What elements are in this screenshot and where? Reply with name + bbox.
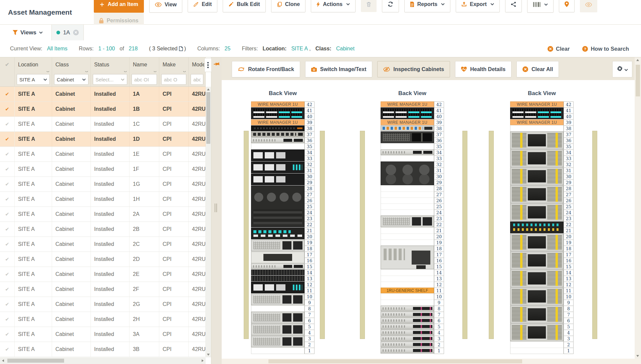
table-row-2e[interactable]: ✔SITE ACabinetInstalled2ECPI42RU-7 — [0, 267, 206, 282]
row-checkmark[interactable]: ✔ — [0, 297, 15, 312]
select-all-checkmark[interactable]: ✔ — [0, 57, 15, 72]
export-button[interactable]: Export — [456, 0, 500, 12]
rack-equipment-stor3[interactable] — [510, 234, 564, 251]
scroll-right-arrow-icon[interactable] — [202, 359, 204, 362]
column-header-model[interactable]: Model — [189, 57, 206, 72]
rack-equipment-stor3[interactable] — [510, 306, 564, 323]
table-row-2h[interactable]: ✔SITE ACabinetInstalled2HCPI42RU-7 — [0, 312, 206, 327]
scrollbar-thumb[interactable] — [268, 359, 522, 363]
table-vertical-scrollbar[interactable] — [206, 87, 211, 357]
row-checkmark[interactable]: ✔ — [0, 222, 15, 237]
rack-equipment-srv2[interactable] — [251, 240, 304, 251]
make-filter-input[interactable] — [161, 74, 186, 85]
rack-equipment-conn[interactable] — [251, 131, 304, 137]
column-header-name[interactable]: Name — [130, 57, 159, 72]
rack-equipment-switch[interactable] — [251, 125, 304, 131]
scroll-up-arrow-icon[interactable] — [636, 59, 639, 61]
row-checkmark[interactable]: ✔ — [0, 132, 15, 146]
rack-equipment-srv2[interactable] — [251, 312, 304, 323]
row-checkmark[interactable]: ✔ — [0, 117, 15, 131]
rack-equipment-stor3[interactable] — [510, 270, 564, 287]
share-button[interactable] — [505, 0, 522, 12]
table-row-2d[interactable]: ✔SITE ACabinetInstalled2DCPI42RU-7 — [0, 252, 206, 267]
columns-value[interactable]: 25 — [225, 46, 231, 52]
table-row-1g[interactable]: ✔SITE ACabinetInstalled1GCPI42RU-7 — [0, 177, 206, 192]
rack-equipment-srv2[interactable] — [251, 324, 304, 335]
rack-equipment-stor3[interactable] — [510, 167, 564, 185]
clear-all-button[interactable]: Clear All — [516, 61, 559, 77]
column-header-make[interactable]: Make — [159, 57, 189, 72]
location-button[interactable] — [559, 0, 575, 12]
pushpin-icon[interactable] — [212, 60, 221, 69]
inspecting-cabinets-button[interactable]: Inspecting Cabinets — [377, 61, 450, 77]
rack-equipment-stor3[interactable] — [510, 186, 564, 203]
rack-equipment-vent[interactable] — [251, 276, 304, 281]
rack-equipment-srv1p[interactable] — [381, 336, 434, 341]
table-row-3b[interactable]: ✔SITE ACabinetInstalled3BCPI42RU-7 — [0, 342, 206, 357]
rack-equipment-patch[interactable] — [251, 107, 304, 119]
row-checkmark[interactable]: ✔ — [0, 192, 15, 207]
row-checkmark[interactable]: ✔ — [0, 237, 15, 252]
rack-equipment-srv4[interactable] — [381, 246, 434, 269]
filter-location-value[interactable]: SITE A — [291, 46, 308, 52]
row-checkmark[interactable]: ✔ — [0, 282, 15, 297]
scroll-left-arrow-icon[interactable] — [2, 359, 4, 362]
name-filter-input[interactable] — [132, 74, 157, 85]
row-checkmark[interactable]: ✔ — [0, 87, 15, 101]
row-checkmark[interactable]: ✔ — [0, 267, 15, 282]
rack-equipment-srv1p[interactable] — [381, 348, 434, 353]
bulk-edit-button[interactable]: Bulk Edit — [223, 0, 265, 12]
table-row-2b[interactable]: ✔SITE ACabinetInstalled2BCPI42RU-7 — [0, 222, 206, 237]
table-row-1h[interactable]: ✔SITE ACabinetInstalled1HCPI42RU-7 — [0, 192, 206, 207]
rack-equipment-stor3[interactable] — [510, 149, 564, 167]
rack-equipment-wire[interactable]: WIRE MANAGER 1U — [381, 101, 434, 107]
status-filter-select[interactable]: Select... — [93, 74, 127, 85]
copy-selected-icon[interactable] — [179, 46, 183, 51]
rack-equipment-stor3[interactable] — [510, 288, 564, 305]
table-row-1c[interactable]: ✔SITE ACabinetInstalled1CCPI42RU-7 — [0, 117, 206, 132]
rack-equipment-chassis7[interactable] — [251, 186, 304, 227]
row-checkmark[interactable]: ✔ — [0, 102, 15, 116]
switch-image-text-button[interactable]: Switch Image/Text — [305, 61, 372, 77]
how-to-search-button[interactable]: ? How to Search — [582, 46, 629, 52]
row-checkmark[interactable]: ✔ — [0, 177, 15, 192]
rack-equipment-wire[interactable]: WIRE MANAGER 1U — [381, 119, 434, 125]
panel-horizontal-scrollbar[interactable] — [222, 359, 641, 364]
table-row-2c[interactable]: ✔SITE ACabinetInstalled2CCPI42RU-7 — [0, 237, 206, 252]
selected-count[interactable]: ( 3 Selected ) — [149, 46, 186, 52]
rack-equipment-srv1[interactable] — [251, 137, 304, 143]
close-tab-icon[interactable]: ✕ — [73, 30, 79, 35]
actions-button[interactable]: Actions — [311, 0, 356, 12]
edit-button[interactable]: Edit — [188, 0, 217, 12]
rack-equipment-srv1p[interactable] — [381, 318, 434, 323]
table-row-1e[interactable]: ✔SITE ACabinetInstalled1ECPI42RU-7 — [0, 147, 206, 162]
rack-equipment-wire[interactable]: WIRE MANAGER 1U — [510, 119, 564, 125]
barcode-button[interactable] — [527, 0, 554, 13]
rack-equipment-disk2[interactable] — [251, 252, 304, 263]
scroll-down-arrow-icon[interactable] — [207, 354, 210, 356]
rack-equipment-srv1[interactable] — [381, 149, 434, 155]
model-filter-input[interactable] — [191, 74, 203, 85]
rack-equipment-srv2[interactable] — [381, 216, 434, 227]
rack-equipment-stor3[interactable] — [510, 204, 564, 221]
rack-equipment-modswitch[interactable] — [251, 173, 304, 185]
row-checkmark[interactable]: ✔ — [0, 147, 15, 161]
rack-equipment-chassis[interactable] — [381, 161, 434, 185]
panel-settings-button[interactable] — [612, 61, 632, 77]
table-row-2a[interactable]: ✔SITE ACabinetInstalled2ACPI42RU-7 — [0, 207, 206, 222]
rack-equipment-modswitch2[interactable] — [251, 282, 304, 293]
rack-equipment-wire[interactable]: WIRE MANAGER 1U — [251, 101, 304, 107]
rack-equipment-srv1p[interactable] — [381, 342, 434, 347]
rack-equipment-srv1p[interactable] — [381, 324, 434, 329]
scrollbar-thumb[interactable] — [636, 65, 640, 96]
table-row-1b[interactable]: ✔SITE ACabinetInstalled1BCPI42RU-7 — [0, 102, 206, 117]
refresh-button[interactable] — [382, 0, 399, 12]
rack-equipment-srv2dark[interactable] — [381, 131, 434, 143]
clear-filters-button[interactable]: Clear — [548, 46, 570, 52]
rack-equipment-stor3[interactable] — [510, 252, 564, 269]
clone-button[interactable]: Clone — [271, 0, 305, 12]
rack-equipment-tealpanel[interactable] — [251, 228, 304, 239]
table-row-1f[interactable]: ✔SITE ACabinetInstalled1FCPI42RU-7 — [0, 162, 206, 177]
table-row-3a[interactable]: ✔SITE ACabinetInstalled3ACPI42RU-7 — [0, 327, 206, 342]
table-horizontal-scrollbar[interactable] — [0, 357, 206, 364]
